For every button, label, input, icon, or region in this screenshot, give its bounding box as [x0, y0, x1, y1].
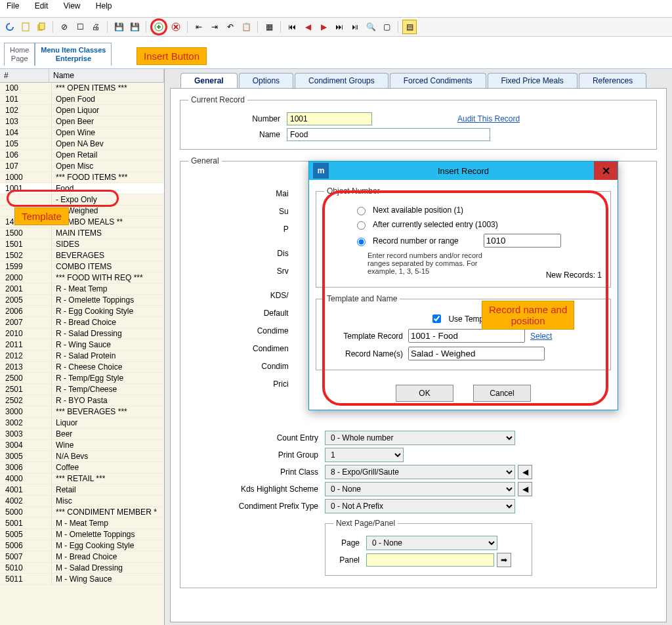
table-row[interactable]: 3006Coffee	[0, 462, 164, 473]
tab-references[interactable]: References	[579, 73, 646, 88]
checkbox-use-template[interactable]	[432, 314, 441, 323]
copy-icon[interactable]	[34, 20, 49, 34]
tab-menu-item-classes[interactable]: Menu Item Classes Enterprise	[35, 43, 112, 66]
table-row[interactable]: 1001Food	[0, 183, 164, 194]
table-row[interactable]: 2000*** FOOD WITH REQ ***	[0, 272, 164, 284]
input-template-record[interactable]	[408, 329, 525, 343]
table-row[interactable]: 2012R - Salad Protein	[0, 351, 164, 362]
table-row[interactable]: 1500MAIN ITEMS	[0, 228, 164, 239]
menu-edit[interactable]: Edit	[35, 1, 49, 11]
table-row[interactable]: 2502R - BYO Pasta	[0, 395, 164, 406]
menu-file[interactable]: File	[7, 1, 19, 11]
grid-icon[interactable]: ▤	[402, 20, 417, 34]
table-row[interactable]: 100*** OPEN ITEMS ***	[0, 83, 164, 94]
input-panel[interactable]	[366, 553, 494, 567]
radio-after-selected[interactable]	[357, 221, 366, 230]
select-condiment-prefix[interactable]: 0 - Not A Prefix	[325, 499, 515, 513]
table-row[interactable]: 104Open Wine	[0, 127, 164, 139]
col-number[interactable]: #	[0, 69, 49, 82]
table-row[interactable]: 5000*** CONDIMENT MEMBER *	[0, 507, 164, 518]
input-number[interactable]	[287, 112, 372, 125]
select-kds-highlight[interactable]: 0 - None	[325, 482, 515, 496]
form-icon[interactable]: ▦	[262, 20, 276, 34]
goto-print-class-icon[interactable]: ◀	[518, 465, 532, 479]
table-row[interactable]: 1502BEVERAGES	[0, 250, 164, 261]
save-icon[interactable]: 💾	[112, 20, 126, 34]
select-print-group[interactable]: 1	[325, 448, 404, 462]
table-row[interactable]: 2006R - Egg Cooking Style	[0, 306, 164, 317]
menu-help[interactable]: Help	[96, 1, 112, 11]
input-record-range[interactable]	[484, 234, 561, 248]
goto-kds-highlight-icon[interactable]: ◀	[518, 482, 532, 496]
table-row[interactable]: 1501SIDES	[0, 239, 164, 250]
table-row[interactable]: 4002Misc	[0, 496, 164, 507]
undo-icon[interactable]: ↶	[223, 20, 238, 34]
table-row[interactable]: 5010M - Salad Dressing	[0, 563, 164, 574]
next-icon[interactable]: ▶	[316, 20, 331, 34]
export-icon[interactable]: ⇥	[207, 20, 222, 34]
stop-icon[interactable]: ⊘	[57, 20, 72, 34]
table-row[interactable]: 107Open Misc	[0, 161, 164, 172]
tab-home-page[interactable]: Home Page	[4, 43, 35, 66]
prev-icon[interactable]: ◀	[301, 20, 315, 34]
table-row[interactable]: 2013R - Cheese Choice	[0, 362, 164, 373]
radio-record-range[interactable]	[357, 238, 366, 246]
grid-body[interactable]: 100*** OPEN ITEMS ***101Open Food102Open…	[0, 83, 164, 625]
table-row[interactable]: 5007M - Bread Choice	[0, 551, 164, 563]
input-name[interactable]	[287, 128, 490, 141]
table-row[interactable]: 2007R - Bread Choice	[0, 317, 164, 328]
tab-condiment-groups[interactable]: Condiment Groups	[295, 73, 388, 88]
table-row[interactable]: 5011M - Wing Sauce	[0, 574, 164, 585]
col-name[interactable]: Name	[49, 69, 164, 82]
table-row[interactable]: 5001M - Meat Temp	[0, 518, 164, 529]
insert-record-icon[interactable]	[150, 18, 167, 35]
goto-icon[interactable]: ⏯	[348, 20, 362, 34]
import-icon[interactable]: ⇤	[192, 20, 206, 34]
close-icon[interactable]: ✕	[594, 162, 618, 180]
table-row[interactable]: 2005R - Omelette Toppings	[0, 295, 164, 306]
table-row[interactable]: 3003Beer	[0, 429, 164, 440]
table-row[interactable]: 3002Liquor	[0, 418, 164, 429]
table-row[interactable]: 2011R - Wing Sauce	[0, 339, 164, 351]
delete-record-icon[interactable]	[169, 20, 183, 34]
tab-general[interactable]: General	[180, 73, 238, 88]
clip-icon[interactable]: ▢	[379, 20, 394, 34]
table-row[interactable]: 106Open Retail	[0, 150, 164, 161]
table-row[interactable]: 5005M - Omelette Toppings	[0, 529, 164, 540]
radio-next-available[interactable]	[357, 207, 366, 215]
cancel-button[interactable]: Cancel	[473, 385, 531, 402]
menu-view[interactable]: View	[64, 1, 81, 11]
tab-forced-condiments[interactable]: Forced Condiments	[390, 73, 486, 88]
first-icon[interactable]: ⏮	[285, 20, 299, 34]
table-row[interactable]: 4000*** RETAIL ***	[0, 473, 164, 485]
find-icon[interactable]: 🔍	[364, 20, 378, 34]
last-icon[interactable]: ⏭	[332, 20, 346, 34]
select-page[interactable]: 0 - None	[366, 536, 497, 550]
paste-icon[interactable]: 📋	[239, 20, 253, 34]
table-row[interactable]: 2010R - Salad Dressing	[0, 328, 164, 339]
table-row[interactable]: 1599COMBO ITEMS	[0, 261, 164, 272]
table-row[interactable]: 2501R - Temp/Cheese	[0, 384, 164, 395]
doc-icon[interactable]: ☐	[73, 20, 87, 34]
table-row[interactable]: 105Open NA Bev	[0, 139, 164, 150]
table-row[interactable]: - Expo Only	[0, 194, 164, 205]
table-row[interactable]: 3005N/A Bevs	[0, 451, 164, 462]
table-row[interactable]: 103Open Beer	[0, 116, 164, 127]
tab-fixed-price-meals[interactable]: Fixed Price Meals	[488, 73, 578, 88]
table-row[interactable]: 2500R - Temp/Egg Style	[0, 373, 164, 384]
table-row[interactable]: 2001R - Meat Temp	[0, 284, 164, 295]
select-print-class[interactable]: 8 - Expo/Grill/Saute	[325, 465, 515, 479]
table-row[interactable]: 101Open Food	[0, 94, 164, 105]
tab-options[interactable]: Options	[239, 73, 293, 88]
table-row[interactable]: 5006M - Egg Cooking Style	[0, 540, 164, 551]
table-row[interactable]: 1000*** FOOD ITEMS ***	[0, 172, 164, 183]
input-record-name[interactable]	[408, 347, 545, 360]
link-audit-record[interactable]: Audit This Record	[457, 114, 520, 123]
dialog-titlebar[interactable]: m Insert Record ✕	[309, 162, 618, 180]
table-row[interactable]: 102Open Liquor	[0, 105, 164, 116]
select-count-entry[interactable]: 0 - Whole number	[325, 431, 515, 445]
ok-button[interactable]: OK	[396, 385, 453, 402]
saveall-icon[interactable]: 💾	[127, 20, 142, 34]
refresh-icon[interactable]	[3, 20, 17, 34]
print-icon[interactable]: 🖨	[89, 20, 103, 34]
